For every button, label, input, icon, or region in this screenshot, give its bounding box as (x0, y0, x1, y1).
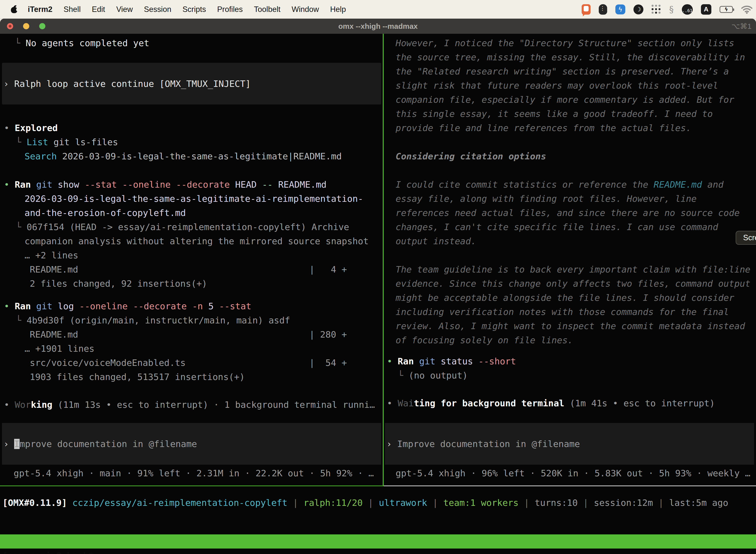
terminal-pane-right[interactable]: However, I noticed the "Directory Struct… (385, 34, 756, 486)
terminal-line: 2026-03-09-is-legal-the-same-as-legitima… (0, 191, 383, 206)
pane-border-bottom-left (0, 486, 384, 486)
terminal-line: including verification notes with those … (385, 305, 756, 319)
battery-charging-icon[interactable]: ϟ (719, 6, 733, 13)
terminal-line: └ No agents completed yet (0, 36, 383, 50)
terminal-line: this single essay, it seems like a good … (385, 107, 756, 121)
terminal-line: src/voice/voiceModeEnabled.ts | 54 + (0, 356, 383, 370)
text-segment: › (3, 439, 14, 449)
menu-item-help[interactable]: Help (330, 5, 346, 14)
menu-item-iterm2[interactable]: iTerm2 (28, 5, 52, 14)
bolt-app-icon[interactable]: ϟ (615, 4, 625, 14)
iterm2-window: omx --xhigh --madmax ⌥⌘1 └ No agents com… (0, 19, 756, 554)
text-segment: 2 files changed, 92 insertions(+) (30, 278, 207, 289)
macos-menu-bar: iTerm2ShellEditViewSessionScriptsProfile… (0, 0, 756, 19)
menu-items: iTerm2ShellEditViewSessionScriptsProfile… (28, 5, 346, 14)
section-squiggle-icon[interactable]: § (669, 4, 674, 14)
text-segment: • (4, 123, 15, 133)
screen-overlay-label: Scre (743, 233, 756, 242)
tmux-status-bar: [omx-cczip0:bash* "MacBook-Pro-44.local"… (0, 535, 756, 549)
a-app-icon[interactable]: A (701, 4, 711, 15)
menu-item-session[interactable]: Session (144, 5, 171, 14)
screenshare-icon[interactable] (582, 4, 590, 15)
prompt-input-right[interactable]: › Improve documentation in @filename (385, 423, 754, 465)
terminal-line: README.md | 4 + (0, 262, 383, 277)
text-segment: The team guideline is to back every impo… (396, 264, 750, 275)
terminal-line: • Ran git show --stat --oneline --decora… (0, 177, 383, 191)
screen-overlay-chip[interactable]: Scre (736, 231, 756, 245)
text-segment: Ran (15, 179, 31, 189)
text-segment: the source tree, missing the essay. Stil… (396, 52, 745, 62)
terminal-line: • Ran git log --oneline --decorate -n 5 … (0, 299, 383, 313)
terminal-line: › Ralph loop active continue [OMX_TMUX_I… (2, 77, 251, 91)
terminal-line: essay file, along with finding root file… (385, 191, 756, 206)
privacy-shield-icon[interactable] (599, 4, 607, 15)
text-segment: I (14, 439, 19, 449)
terminal-line: output instead. (385, 234, 756, 248)
text-segment: cczip/essay/ai-reimplementation-copyleft (72, 498, 288, 508)
text-segment: gpt-5.4 xhigh · 96% left · 520K in · 5.8… (396, 468, 750, 478)
menu-item-edit[interactable]: Edit (92, 5, 105, 14)
menu-item-view[interactable]: View (116, 5, 133, 14)
text-segment: and-the-erosion-of-copyleft.md (24, 208, 186, 218)
terminal-line: and-the-erosion-of-copyleft.md (0, 206, 383, 220)
menu-item-window[interactable]: Window (292, 5, 319, 14)
wifi-icon[interactable] (741, 5, 753, 14)
window-title: omx --xhigh --madmax (0, 22, 756, 31)
terminal-line: I could cite commit statistics or refere… (385, 177, 756, 191)
text-segment: of focusing solely on file lines. (396, 335, 573, 345)
text-segment (31, 179, 36, 189)
apple-menu-icon[interactable] (10, 5, 18, 14)
model-status-left: gpt-5.4 xhigh · main · 91% left · 2.31M … (14, 466, 374, 480)
terminal-line: references need actual files, and since … (385, 206, 756, 220)
menu-item-scripts[interactable]: Scripts (183, 5, 206, 14)
badge-61-icon[interactable]: ..61 (682, 4, 693, 15)
text-segment: └ (398, 370, 408, 381)
window-title-bar[interactable]: omx --xhigh --madmax ⌥⌘1 (0, 19, 756, 34)
text-segment: [OMX#0.11.9] (2, 498, 67, 508)
menu-item-shell[interactable]: Shell (63, 5, 81, 14)
tmux-session-label: [omx-cczip0:bash* (2, 549, 94, 554)
dots-grid-icon[interactable] (651, 5, 661, 14)
text-segment: (no output) (408, 370, 467, 381)
text-segment: Ran (15, 301, 31, 311)
text-segment: README.md (30, 329, 78, 340)
text-segment: However, I noticed the "Directory Struct… (396, 38, 734, 48)
text-segment: git (419, 356, 435, 366)
terminal-line: … +2 lines (0, 248, 383, 262)
text-segment: Improve documentation in @filename (397, 439, 580, 449)
text-segment: --short (479, 356, 516, 366)
text-segment: essay file, along with finding root file… (396, 193, 697, 204)
menu-item-toolbelt[interactable]: Toolbelt (254, 5, 280, 14)
text-segment: -n (192, 301, 203, 311)
text-segment: session:12m (594, 498, 653, 508)
window-shortcut-badge: ⌥⌘1 (732, 19, 752, 34)
terminal-pane-left[interactable]: └ No agents completed yet› Ralph loop ac… (0, 34, 383, 486)
text-segment: git ls-files (48, 137, 118, 147)
text-segment: … +1901 lines (24, 343, 94, 354)
text-segment: turns:10 (535, 498, 578, 508)
pane-divider-vertical[interactable] (383, 34, 384, 486)
text-segment: Ran (397, 356, 414, 366)
terminal-line: companion analysis without altering the … (0, 234, 383, 248)
terminal-line: Considering citation options (385, 149, 756, 163)
text-segment: 5 (203, 301, 219, 311)
text-segment: Search (24, 151, 57, 161)
text-segment: might be acceptable alongside the file l… (396, 293, 734, 303)
text-segment: ting for background terminal (414, 398, 564, 408)
crescent-app-icon[interactable]: ☽ (633, 4, 643, 14)
text-segment: git (36, 179, 52, 189)
text-segment: | 280 + (78, 329, 347, 340)
text-segment: --stat --oneline --decorate (84, 179, 230, 189)
prompt-echo-box: › Ralph loop active continue [OMX_TMUX_I… (2, 63, 381, 105)
text-segment: › (3, 79, 14, 89)
text-segment: └ (16, 137, 26, 147)
text-segment: show (52, 179, 84, 189)
menubar-status-icons: ϟ ☽ § ..61 A ϟ (582, 4, 753, 15)
terminal-line: changes, I can't cite specific file line… (385, 220, 756, 234)
text-segment: team:1 workers (443, 498, 518, 508)
text-segment: ultrawork (379, 498, 427, 508)
prompt-input-left[interactable]: › Improve documentation in @filename (2, 423, 381, 465)
text-segment: 4b9d30f (origin/main, instructkr/main, m… (26, 315, 290, 325)
text-segment: Explored (15, 123, 58, 133)
menu-item-profiles[interactable]: Profiles (217, 5, 243, 14)
